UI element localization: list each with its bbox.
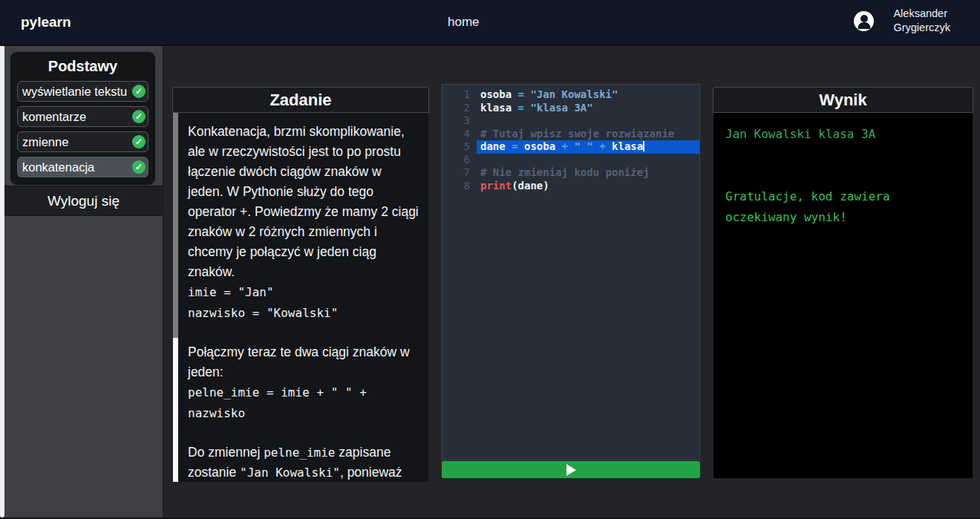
line-number: 6 xyxy=(442,154,477,167)
nav-link-home[interactable]: home xyxy=(448,15,480,30)
line-number: 7 xyxy=(442,166,477,180)
editor-line-5[interactable]: 5dane = osoba + " " + klasa xyxy=(442,140,699,154)
editor-line-4[interactable]: 4# Tutaj wpisz swoje rozwiązanie xyxy=(442,128,699,141)
code-token: + xyxy=(599,140,612,152)
play-icon xyxy=(566,464,576,476)
task-paragraph-2: Połączmy teraz te dwa ciągi znaków w jed… xyxy=(188,345,410,379)
sidebar-item-label: wyświetlanie tekstu xyxy=(22,85,127,98)
task-panel-header: Zadanie xyxy=(172,87,429,113)
task-code-line: imie = "Jan" xyxy=(188,282,419,303)
user-circle-icon[interactable] xyxy=(854,11,874,31)
editor-line-content[interactable]: osoba = "Jan Kowalski" xyxy=(477,88,699,102)
editor-line-3[interactable]: 3 xyxy=(442,114,699,128)
code-token: = xyxy=(518,102,531,114)
sidebar: Podstawy wyświetlanie tekstu✓komentarze✓… xyxy=(4,46,163,518)
line-number: 5 xyxy=(442,140,477,154)
code-token: = xyxy=(512,140,524,152)
sidebar-item-komentarze[interactable]: komentarze✓ xyxy=(17,106,148,127)
user-name-line2: Grygierczyk xyxy=(893,21,950,35)
task-code-line: nazwisko = "Kowalski" xyxy=(188,303,419,324)
code-token: + xyxy=(562,140,575,152)
task-panel: Zadanie Konkatenacja, brzmi skomplikowan… xyxy=(172,87,429,483)
task-panel-title: Zadanie xyxy=(270,91,331,110)
sidebar-item-zmienne[interactable]: zmienne✓ xyxy=(17,131,148,152)
code-token: "klasa 3A" xyxy=(530,102,592,114)
task-paragraph-3: Do zmiennej pelne_imie zapisane zostanie… xyxy=(188,445,402,480)
task-inline-code: pelne_imie xyxy=(264,445,335,460)
code-token: osoba xyxy=(524,140,562,152)
editor-line-content[interactable] xyxy=(477,114,699,128)
code-token: # Tutaj wpisz swoje rozwiązanie xyxy=(480,128,674,140)
user-icon-head xyxy=(860,15,868,22)
output-console: Jan Kowalski klasa 3A Gratulacje, kod za… xyxy=(713,113,973,479)
lessons-section-title: Podstawy xyxy=(17,58,148,75)
user-icon-shoulders xyxy=(858,22,870,29)
code-token: klasa xyxy=(480,102,518,114)
task-spacer xyxy=(188,424,419,443)
code-token: print xyxy=(480,180,512,192)
code-token: osoba xyxy=(480,88,518,100)
task-paragraph-1: Konkatenacja, brzmi skomplikowanie, ale … xyxy=(188,124,419,279)
editor-line-8[interactable]: 8print(dane) xyxy=(442,180,699,193)
task-scrollbar[interactable] xyxy=(173,113,178,482)
editor-column: 1osoba = "Jan Kowalski"2klasa = "klasa 3… xyxy=(442,84,700,478)
run-code-button[interactable] xyxy=(442,461,700,478)
line-number: 8 xyxy=(442,180,477,193)
output-panel-header: Wynik xyxy=(713,87,973,113)
sidebar-item-wyświetlanie-tekstu[interactable]: wyświetlanie tekstu✓ xyxy=(17,81,148,102)
task-code-block-1: imie = "Jan" nazwisko = "Kowalski" xyxy=(188,282,419,324)
success-message: Gratulacje, kod zawiera oczekiwany wynik… xyxy=(725,186,961,228)
output-panel: Wynik Jan Kowalski klasa 3A Gratulacje, … xyxy=(713,87,973,479)
task-code-block-2: pelne_imie = imie + " " + nazwisko xyxy=(188,382,419,424)
program-output-text: Jan Kowalski klasa 3A xyxy=(725,124,961,145)
logout-button[interactable]: Wyloguj się xyxy=(4,186,163,216)
user-name: Aleksander Grygierczyk xyxy=(893,7,950,35)
line-number: 1 xyxy=(442,88,477,102)
code-token: = xyxy=(518,88,531,100)
code-editor[interactable]: 1osoba = "Jan Kowalski"2klasa = "klasa 3… xyxy=(442,84,700,460)
sidebar-item-konkatenacja[interactable]: konkatenacja✓ xyxy=(17,157,148,177)
editor-line-content[interactable]: # Tutaj wpisz swoje rozwiązanie xyxy=(477,128,699,141)
code-token: " " xyxy=(574,140,599,152)
check-icon: ✓ xyxy=(132,160,146,174)
sidebar-item-label: konkatenacja xyxy=(22,160,94,174)
line-number: 2 xyxy=(442,102,477,115)
task-content: Konkatenacja, brzmi skomplikowanie, ale … xyxy=(188,122,419,483)
user-menu[interactable]: Aleksander Grygierczyk xyxy=(854,7,950,35)
task-scrollbar-thumb[interactable] xyxy=(173,113,178,338)
task-paragraph-3-text: Do zmiennej xyxy=(188,445,264,460)
task-paragraph-3-text: , ponieważ xyxy=(340,465,402,480)
editor-line-content[interactable]: dane = osoba + " " + klasa xyxy=(477,140,699,154)
task-spacer xyxy=(188,324,419,342)
code-token: # Nie zmieniaj kodu poniżej xyxy=(480,166,650,178)
editor-line-2[interactable]: 2klasa = "klasa 3A" xyxy=(442,102,699,115)
editor-line-content[interactable]: # Nie zmieniaj kodu poniżej xyxy=(477,166,699,180)
task-body: Konkatenacja, brzmi skomplikowanie, ale … xyxy=(172,113,429,483)
line-number: 3 xyxy=(442,114,477,128)
code-token: "Jan Kowalski" xyxy=(530,88,618,100)
output-panel-title: Wynik xyxy=(819,91,866,110)
task-inline-code: "Jan Kowalski" xyxy=(240,466,340,480)
brand-logo[interactable]: pylearn xyxy=(21,14,71,30)
editor-line-content[interactable]: klasa = "klasa 3A" xyxy=(477,102,699,115)
editor-line-content[interactable] xyxy=(477,154,699,167)
sidebar-item-label: komentarze xyxy=(22,110,86,123)
lessons-card: Podstawy wyświetlanie tekstu✓komentarze✓… xyxy=(10,51,156,186)
editor-line-1[interactable]: 1osoba = "Jan Kowalski" xyxy=(442,88,699,102)
code-token: dane xyxy=(480,140,512,152)
editor-line-6[interactable]: 6 xyxy=(442,154,699,167)
editor-line-content[interactable]: print(dane) xyxy=(477,180,699,193)
top-navbar: pylearn home Aleksander Grygierczyk xyxy=(0,0,980,46)
check-icon: ✓ xyxy=(132,85,146,98)
code-token: klasa xyxy=(612,140,643,152)
lessons-list: wyświetlanie tekstu✓komentarze✓zmienne✓k… xyxy=(17,81,148,177)
code-token: (dane) xyxy=(512,180,549,192)
user-name-line1: Aleksander xyxy=(893,7,950,21)
editor-line-7[interactable]: 7# Nie zmieniaj kodu poniżej xyxy=(442,166,699,180)
check-icon: ✓ xyxy=(132,135,146,148)
sidebar-item-label: zmienne xyxy=(22,135,68,148)
line-number: 4 xyxy=(442,128,477,141)
text-cursor xyxy=(643,141,644,151)
check-icon: ✓ xyxy=(132,110,146,123)
